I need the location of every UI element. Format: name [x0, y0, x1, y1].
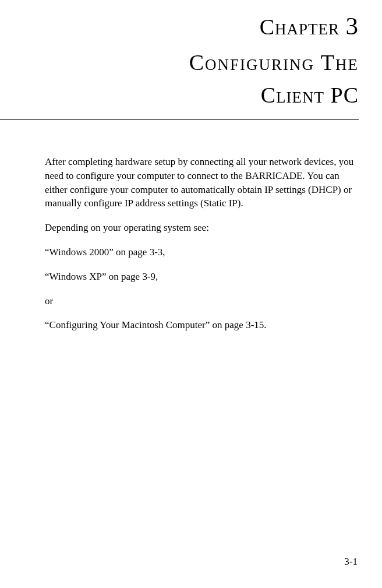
- paragraph-intro: After completing hardware setup by conne…: [45, 155, 359, 210]
- paragraph-or: or: [45, 294, 359, 308]
- chapter-title-line2: Client PC: [45, 82, 359, 108]
- chapter-num-value: 3: [346, 12, 359, 40]
- header-rule: [0, 119, 359, 120]
- page-number: 3-1: [344, 556, 358, 568]
- chapter-header: Chapter 3 Configuring The Client PC: [45, 12, 359, 108]
- paragraph-winxp: “Windows XP” on page 3-9,: [45, 270, 359, 284]
- paragraph-os-intro: Depending on your operating system see:: [45, 221, 359, 235]
- chapter-title-line1: Configuring The: [45, 50, 359, 75]
- paragraph-mac: “Configuring Your Macintosh Computer” on…: [45, 318, 359, 332]
- paragraph-win2000: “Windows 2000” on page 3-3,: [45, 245, 359, 259]
- chapter-label: Chapter: [260, 15, 339, 39]
- chapter-number: Chapter 3: [45, 12, 359, 40]
- page-container: Chapter 3 Configuring The Client PC Afte…: [0, 0, 382, 588]
